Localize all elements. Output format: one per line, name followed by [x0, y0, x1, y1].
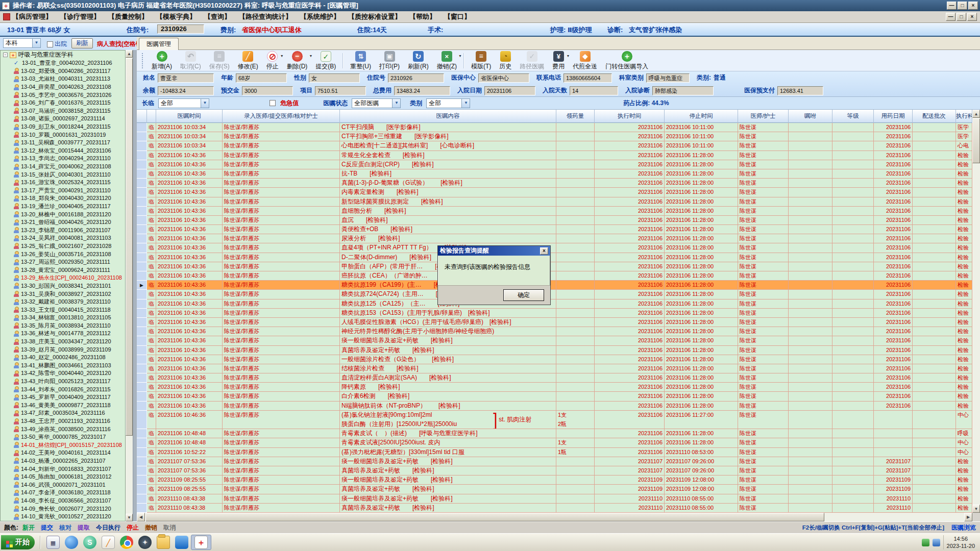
- order-row[interactable]: 临20231106 10:43:36陈世谋/郭雁苏糖类抗原724(CA724)（…: [137, 290, 972, 299]
- grid-col-header[interactable]: 停止时间: [665, 110, 738, 123]
- order-row[interactable]: 临20231106 10:43:36陈世谋/郭雁苏C反应蛋白测定(CRP) [检…: [137, 160, 972, 169]
- close-icon[interactable]: ×: [968, 2, 978, 10]
- patient-item[interactable]: 13-06_刘广春_00016376_20231115: [1, 99, 125, 107]
- toolbar-button-del[interactable]: −删除(D)▼: [283, 51, 312, 71]
- dialog-close-icon[interactable]: ×: [540, 247, 548, 255]
- patient-item[interactable]: 13-17_严贵宝_00040291_20231110: [1, 187, 125, 195]
- patient-item[interactable]: 13-23_李锦星_00011906_20231107: [1, 226, 125, 234]
- panel-splitter[interactable]: [133, 50, 137, 521]
- order-row[interactable]: 临20231106 10:43:36陈世谋/郭雁苏血细胞分析 [检验科]2023…: [137, 207, 972, 216]
- patient-item[interactable]: 13-49_涂燕英_00038500_20231116: [1, 425, 125, 433]
- patient-item[interactable]: 13-18_郑良朱_00040430_20231120: [1, 194, 125, 203]
- patient-item[interactable]: 13-36_林述与_00014778_20231112: [1, 330, 125, 338]
- toolbar-button-rearr[interactable]: ⇅重整(U): [346, 51, 375, 71]
- menu-item[interactable]: 【帮助】: [409, 12, 436, 21]
- grid-col-header[interactable]: 医嘱内容: [340, 110, 556, 123]
- patient-item[interactable]: 13-11_吴桐森_00039777_20231117: [1, 139, 125, 147]
- order-row[interactable]: 临20231106 10:46:36陈世谋/郭雁苏(基)氯化钠注射液[90mg:…: [137, 411, 972, 429]
- mdi-restore-icon[interactable]: □: [957, 13, 966, 21]
- patient-item[interactable]: 13-31_吴庚和_00038927_20231102: [1, 290, 125, 298]
- patient-item[interactable]: 13-34_林锦富_00013810_20231105: [1, 314, 125, 322]
- patient-item[interactable]: 13-38_庄美玉_00034347_20231120: [1, 338, 125, 346]
- patient-item[interactable]: 13-24_吴凤祥_00040081_20231103: [1, 234, 125, 242]
- menu-item[interactable]: 【诊疗管理】: [60, 12, 100, 21]
- pen-taskbar-icon[interactable]: ╱: [102, 536, 115, 549]
- menu-item[interactable]: 【查询】: [204, 12, 231, 21]
- patient-item[interactable]: 13-50_蒋华_00000785_20231017: [1, 433, 125, 441]
- patient-item[interactable]: 13-47_邱素_00035034_20231116: [1, 409, 125, 417]
- order-row[interactable]: 临20231106 10:43:36陈世谋/郭雁苏抗-TB [检验科]20231…: [137, 169, 972, 179]
- longshort-select[interactable]: 全部 ▼: [158, 98, 209, 108]
- scroll-left-icon[interactable]: ◀: [137, 513, 145, 521]
- order-row[interactable]: 临20231106 10:43:36陈世谋/郭雁苏血沉 [检验科]2023110…: [137, 216, 972, 225]
- patient-item[interactable]: 13-40_赵定_00002486_20231108: [1, 354, 125, 362]
- order-row[interactable]: 临20231106 10:43:36陈世谋/郭雁苏糖类抗原153（CA153）(…: [137, 309, 972, 318]
- patient-item[interactable]: 13-12_林依宝_00015444_20231106: [1, 147, 125, 155]
- patient-item[interactable]: 13-27_周运熙_00029350_20231111: [1, 258, 125, 266]
- order-row[interactable]: 临20231106 10:43:36陈世谋/郭雁苏癌胚抗原（CEA）（广谱的肿……: [137, 271, 972, 281]
- patient-item[interactable]: 13-45_罗新早_00040409_20231117: [1, 393, 125, 402]
- menu-item[interactable]: 【窗口】: [444, 12, 471, 21]
- tree-root-node[interactable]: − ＋ 呼吸与危重症医学科: [1, 51, 125, 59]
- patient-item[interactable]: 13-39_赵月英_00038999_20231109: [1, 345, 125, 354]
- toolbar-button-edit[interactable]: ╱修改(E): [234, 51, 262, 71]
- order-row[interactable]: 临20231106 10:03:34陈世谋/郭雁苏心电图检查[十二通道][其他科…: [137, 141, 972, 151]
- patient-item[interactable]: 13-08_诸振_00002697_20231114: [1, 115, 125, 123]
- order-row[interactable]: 临20231106 10:43:36陈世谋/郭雁苏降钙素原 [检验科]20231…: [137, 383, 972, 392]
- mdi-close-icon[interactable]: ×: [967, 13, 977, 21]
- patient-item[interactable]: 13-46_黄美美_00009877_20231118: [1, 402, 125, 410]
- order-row[interactable]: 临20231106 10:43:36陈世谋/郭雁苏结核菌涂片检查 [检验科]20…: [137, 364, 972, 373]
- ward-select[interactable]: 本科 ▼: [3, 38, 41, 48]
- patient-item[interactable]: 13-13_李尚志_00040294_20231110: [1, 155, 125, 163]
- patient-item[interactable]: 13-35_陈月英_00038934_20231110: [1, 322, 125, 330]
- patient-item[interactable]: 13-28_黄宏宝_00009624_20231111: [1, 266, 125, 274]
- patient-item[interactable]: 13-09_彭卫东_00018244_20231115: [1, 123, 125, 131]
- network-tray-icon[interactable]: [933, 539, 940, 546]
- order-row[interactable]: 临20231109 08:25:55陈世谋/郭雁苏痰一般细菌培养及鉴定+药敏 […: [137, 475, 972, 485]
- order-row[interactable]: 临20231106 10:43:36陈世谋/郭雁苏神经元特异性稀醇化酶(主用于小…: [137, 327, 972, 336]
- chevron-down-icon[interactable]: ▼: [461, 99, 470, 108]
- order-row[interactable]: 临20231106 10:43:36陈世谋/郭雁苏血凝4项（PT+INR APT…: [137, 243, 972, 253]
- order-row[interactable]: 临20231106 10:43:36陈世谋/郭雁苏一般细菌涂片检查（G染色） […: [137, 355, 972, 364]
- patient-item[interactable]: 13-44_刘孝东_00016826_20231115: [1, 385, 125, 393]
- field-value[interactable]: 12683.41: [777, 86, 823, 95]
- order-row[interactable]: 临20231106 10:03:34陈世谋/郭雁苏CT平扫胸部+三维重建 [医学…: [137, 132, 972, 141]
- patient-item[interactable]: 13-19_潘兰珍_00040405_20231117: [1, 203, 125, 211]
- grid-hscroll-thumb[interactable]: [145, 513, 824, 521]
- order-row[interactable]: 临20231106 10:43:36陈世谋/郭雁苏血清淀粉样蛋白A测定(SAA)…: [137, 373, 972, 383]
- patient-item[interactable]: 13-41_林鹏图_00034661_20231103: [1, 362, 125, 370]
- order-row[interactable]: 临20231106 10:48:48陈世谋/郭雁苏青霉素皮试（ ）(描述) [呼…: [137, 429, 972, 438]
- antivirus-tray-icon[interactable]: [922, 539, 929, 546]
- patient-item[interactable]: 13-25_翁仁娥_00021607_20231028: [1, 242, 125, 251]
- order-row[interactable]: 临20231107 07:53:36陈世谋/郭雁苏真菌培养及鉴定+药敏 [检验科…: [137, 466, 972, 475]
- patient-item[interactable]: 13-26_姜笑山_00035716_20231108: [1, 250, 125, 258]
- toolbar-button-hist[interactable]: ◔历史: [495, 51, 516, 71]
- calculator-taskbar-icon[interactable]: ▦: [46, 536, 60, 549]
- tab-order-management[interactable]: 医嘱管理: [139, 38, 179, 50]
- order-row[interactable]: 临20231106 10:43:36陈世谋/郭雁苏甲胎蛋白（AFP）(常用于肝……: [137, 262, 972, 271]
- order-row[interactable]: 临20231106 10:43:36陈世谋/郭雁苏痰一般细菌培养及鉴定+药敏 […: [137, 336, 972, 345]
- field-value[interactable]: 13483.24: [394, 86, 450, 95]
- dialog-ok-button[interactable]: 确定: [503, 289, 544, 301]
- order-row[interactable]: 临20231106 10:43:36陈世谋/郭雁苏新型隐球菌荚膜抗原测定 [检验…: [137, 197, 972, 207]
- order-row[interactable]: 临20231106 10:43:36陈世谋/郭雁苏常规生化全套检查 [检验科]2…: [137, 151, 972, 160]
- chevron-down-icon[interactable]: ▼: [392, 99, 400, 108]
- order-row[interactable]: 临20231106 10:43:36陈世谋/郭雁苏尿液分析 [检验科]20231…: [137, 234, 972, 243]
- folder-taskbar-icon[interactable]: [157, 536, 170, 549]
- menu-item[interactable]: 【系统维护】: [300, 12, 340, 21]
- grid-vscroll-thumb[interactable]: [972, 118, 980, 163]
- order-row[interactable]: 临20231107 07:53:36陈世谋/郭雁苏痰一般细菌培养及鉴定+药敏 […: [137, 457, 972, 466]
- field-value[interactable]: 7510.51: [315, 86, 366, 95]
- toolbar-button-stop[interactable]: ⊘停止▼: [262, 51, 283, 71]
- patient-item[interactable]: 13-32_戴建裕_00038379_20231110: [1, 298, 125, 306]
- order-row[interactable]: 临20231106 10:03:34陈世谋/郭雁苏CT平扫颅脑 [医学影像科]2…: [137, 123, 972, 132]
- menu-item[interactable]: 【模板字典】: [156, 12, 196, 21]
- patient-item[interactable]: 13-42_陈雪华_00040440_20231120: [1, 369, 125, 378]
- compass-taskbar-icon[interactable]: ✦: [138, 536, 152, 549]
- active-app-highlight[interactable]: ＋: [191, 535, 211, 550]
- order-type-select[interactable]: 全部 ▼: [426, 98, 470, 108]
- order-browse-link[interactable]: 医嘱浏览: [951, 523, 976, 532]
- discharge-checkbox[interactable]: [47, 41, 53, 47]
- grid-col-header[interactable]: 领药量: [556, 110, 595, 123]
- grid-col-header[interactable]: 执行科室: [956, 110, 972, 123]
